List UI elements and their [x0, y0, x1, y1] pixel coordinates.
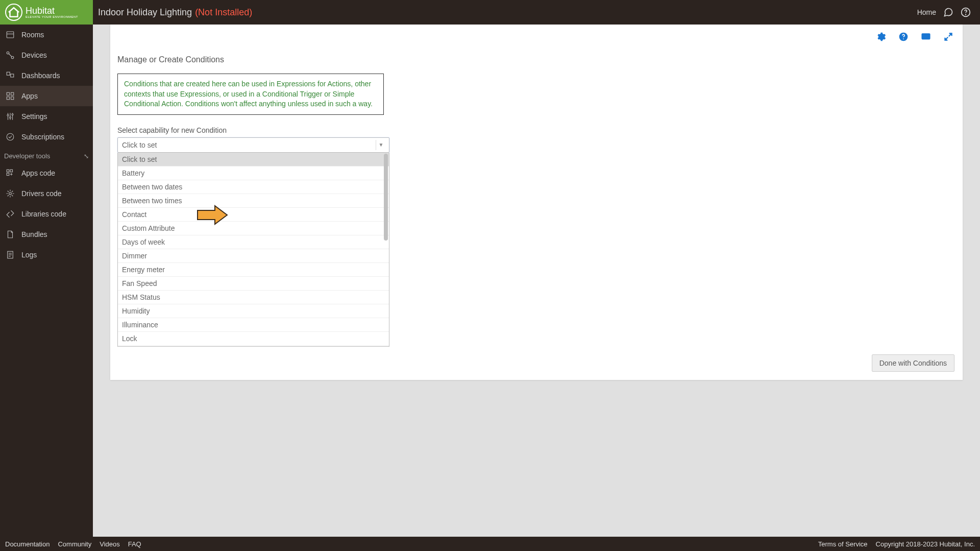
- help-icon[interactable]: [961, 7, 971, 17]
- header-right: Home: [917, 7, 980, 17]
- page-status: (Not Installed): [195, 7, 252, 18]
- logo-text: Hubitat ELEVATE YOUR ENVIRONMENT: [26, 6, 78, 18]
- logo-icon: [5, 4, 22, 21]
- page-title-area: Indoor Holiday Lighting (Not Installed): [93, 7, 252, 18]
- svg-point-1: [966, 14, 966, 15]
- header: Hubitat ELEVATE YOUR ENVIRONMENT Indoor …: [0, 0, 980, 25]
- brand-tagline: ELEVATE YOUR ENVIRONMENT: [26, 15, 78, 18]
- brand-name: Hubitat: [26, 6, 78, 15]
- logo[interactable]: Hubitat ELEVATE YOUR ENVIRONMENT: [0, 0, 93, 25]
- page-title: Indoor Holiday Lighting: [98, 7, 192, 18]
- chat-icon[interactable]: [943, 7, 953, 17]
- home-link[interactable]: Home: [917, 8, 936, 16]
